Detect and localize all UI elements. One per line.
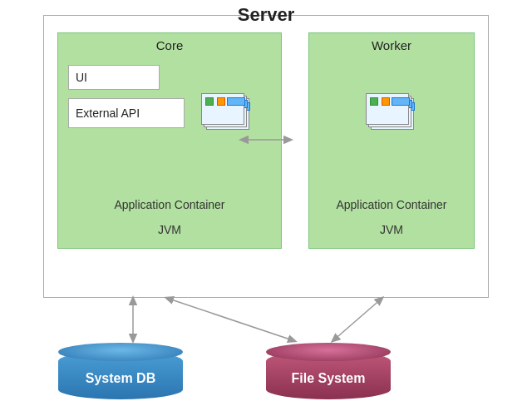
databases-container: System DB File System	[58, 351, 391, 399]
core-app-container-label: Application Container	[58, 198, 281, 211]
server-title: Server	[44, 4, 488, 26]
worker-app-container-label: Application Container	[309, 198, 474, 211]
core-jvm-label: JVM	[58, 223, 281, 236]
core-card-stack	[198, 93, 256, 135]
system-db-body: System DB	[58, 351, 183, 399]
worker-jvm-label: JVM	[309, 223, 474, 236]
server-box: Server Core UI External API	[43, 15, 489, 298]
core-box: Core UI External API	[57, 32, 282, 249]
core-label: Core	[58, 33, 281, 56]
svg-line-5	[332, 298, 382, 341]
svg-line-4	[166, 298, 295, 341]
ui-box: UI	[68, 65, 160, 90]
worker-card-stack	[362, 93, 421, 135]
file-system-top	[266, 343, 391, 361]
file-system-cylinder: File System	[266, 351, 391, 399]
file-system-label: File System	[292, 371, 366, 386]
system-db-cylinder: System DB	[58, 351, 183, 399]
diagram: Server Core UI External API	[0, 0, 532, 416]
ext-api-box: External API	[68, 98, 185, 128]
worker-label: Worker	[309, 33, 474, 56]
ext-api-label: External API	[76, 106, 140, 120]
file-system-body: File System	[266, 351, 391, 399]
worker-box: Worker	[308, 32, 475, 249]
ui-label: UI	[76, 71, 87, 84]
system-db-label: System DB	[86, 371, 155, 386]
system-db-top	[58, 343, 183, 361]
